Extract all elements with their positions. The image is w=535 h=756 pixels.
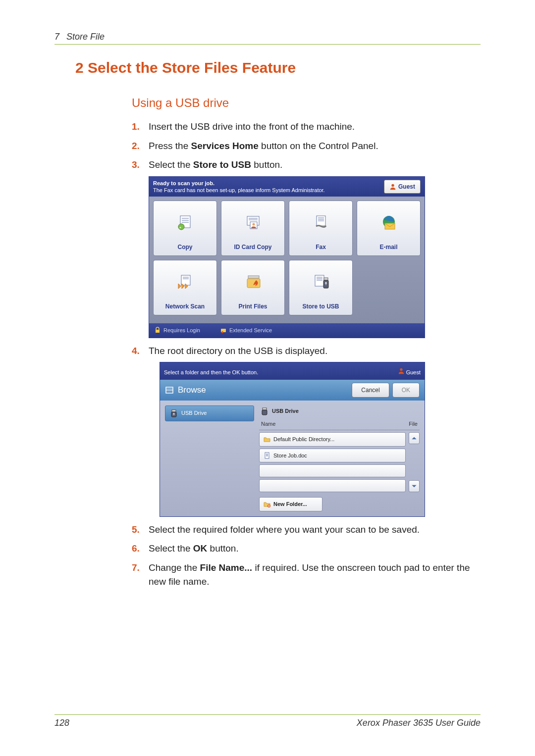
svg-rect-40: [262, 410, 267, 415]
svg-point-31: [221, 331, 223, 333]
column-headers: Name File: [259, 420, 420, 431]
user-icon: [398, 367, 405, 374]
svg-rect-41: [265, 453, 269, 458]
ss1-footer: Requires Login Extended Service: [149, 323, 425, 338]
list-item[interactable]: Default Public Directory...: [259, 432, 406, 447]
tile-network-scan[interactable]: Network Scan: [153, 260, 217, 315]
step-7: 7. Change the File Name... if required. …: [132, 561, 481, 589]
col-name: Name: [261, 420, 409, 428]
step-text: Select the: [149, 543, 193, 554]
step-list: 1. Insert the USB drive into the front o…: [132, 120, 481, 589]
list-item[interactable]: [259, 464, 406, 477]
svg-rect-17: [181, 275, 190, 285]
list-item[interactable]: [259, 479, 406, 492]
browse-title: Browse: [178, 384, 206, 397]
lock-icon: [154, 327, 161, 334]
step-3: 3. Select the Store to USB button. Ready…: [132, 158, 481, 338]
usb-icon: [169, 409, 178, 418]
tile-label: ID Card Copy: [234, 243, 271, 252]
new-folder-label: New Folder...: [273, 500, 307, 508]
step-number: 7.: [132, 561, 140, 575]
tile-id-card-copy[interactable]: ID Card Copy: [221, 201, 285, 256]
status-ready: Ready to scan your job.: [153, 180, 325, 187]
browse-prompt: Select a folder and then the OK button.: [164, 368, 258, 377]
tile-email[interactable]: E-mail: [357, 201, 421, 256]
id-card-copy-icon: [243, 214, 263, 231]
tile-label: Store to USB: [302, 302, 339, 311]
heading-title: Select the Store Files Feature: [88, 59, 296, 76]
svg-point-32: [400, 368, 402, 371]
email-icon: [379, 214, 399, 231]
guide-title: Xerox Phaser 3635 User Guide: [357, 718, 481, 728]
page-footer: 128 Xerox Phaser 3635 User Guide: [54, 714, 481, 728]
extended-service-label: Extended Service: [229, 326, 272, 335]
new-folder-button[interactable]: New Folder...: [259, 497, 322, 511]
subheading: Using a USB drive: [132, 96, 481, 110]
step-number: 6.: [132, 542, 140, 556]
step-number: 1.: [132, 120, 140, 134]
svg-rect-33: [166, 387, 173, 393]
tile-label: Fax: [316, 243, 326, 252]
requires-login: Requires Login: [154, 326, 200, 335]
scroll-down-button[interactable]: [409, 480, 420, 492]
svg-rect-20: [248, 276, 259, 278]
step-1: 1. Insert the USB drive into the front o…: [132, 120, 481, 134]
network-scan-icon: [175, 274, 195, 291]
row-label: Store Job.doc: [273, 452, 307, 460]
tile-label: E-mail: [379, 243, 397, 252]
step-6: 6. Select the OK button.: [132, 542, 481, 556]
svg-rect-29: [156, 330, 160, 333]
status-fax-warning: The Fax card has not been set-up, please…: [153, 187, 325, 194]
svg-point-5: [178, 224, 184, 230]
step-text: button on the Control Panel.: [259, 141, 378, 151]
cancel-button[interactable]: Cancel: [352, 383, 389, 398]
tile-store-to-usb[interactable]: Store to USB: [289, 260, 353, 315]
usb-drive-sidebar-item[interactable]: USB Drive: [165, 405, 254, 421]
step-text: button.: [251, 159, 282, 170]
svg-rect-22: [315, 275, 324, 286]
guest-button[interactable]: Guest: [398, 367, 421, 377]
step-text-bold: Services Home: [191, 141, 259, 151]
guest-button[interactable]: Guest: [384, 180, 421, 194]
tile-print-files[interactable]: Print Files: [221, 260, 285, 315]
step-number: 2.: [132, 139, 140, 153]
tile-fax[interactable]: Fax: [289, 201, 353, 256]
step-number: 5.: [132, 523, 140, 537]
col-file: File: [409, 420, 418, 428]
ss2-header: Select a folder and then the OK button. …: [160, 362, 425, 380]
usb-icon: [260, 407, 269, 416]
usb-drive-path: USB Drive: [259, 405, 420, 420]
services-home-screenshot: Ready to scan your job. The Fax card has…: [149, 176, 425, 338]
step-text: button.: [207, 543, 238, 554]
fax-icon: [311, 214, 331, 231]
step-text: Select the required folder where you wan…: [149, 524, 420, 535]
tile-label: Print Files: [238, 302, 267, 311]
document-icon: [264, 452, 270, 459]
ss1-header: Ready to scan your job. The Fax card has…: [149, 177, 425, 197]
guest-label: Guest: [398, 182, 415, 191]
scroll-up-button[interactable]: [409, 432, 420, 444]
step-text: Insert the USB drive into the front of t…: [149, 121, 355, 132]
chapter-title: Store File: [66, 32, 105, 42]
new-folder-icon: [264, 501, 270, 507]
browse-icon: [165, 386, 174, 395]
chevron-up-icon: [411, 435, 418, 442]
section-heading: 2 Select the Store Files Feature: [75, 59, 481, 76]
step-5: 5. Select the required folder where you …: [132, 523, 481, 537]
heading-number: 2: [75, 59, 84, 76]
page-number: 128: [54, 718, 69, 728]
tile-copy[interactable]: Copy: [153, 201, 217, 256]
step-text: Press the: [149, 141, 191, 151]
step-text: Select the: [149, 159, 193, 170]
folder-icon: [264, 436, 270, 443]
browse-bar: Browse Cancel OK: [160, 380, 425, 401]
store-to-usb-icon: [311, 274, 331, 291]
browse-screenshot: Select a folder and then the OK button. …: [160, 362, 425, 517]
svg-rect-39: [263, 408, 267, 410]
extended-service: Extended Service: [220, 326, 272, 335]
list-item[interactable]: Store Job.doc: [259, 449, 406, 463]
user-icon: [389, 183, 396, 190]
step-text: The root directory on the USB is display…: [149, 346, 327, 356]
step-text-bold: OK: [193, 543, 208, 554]
ok-button[interactable]: OK: [392, 383, 420, 398]
